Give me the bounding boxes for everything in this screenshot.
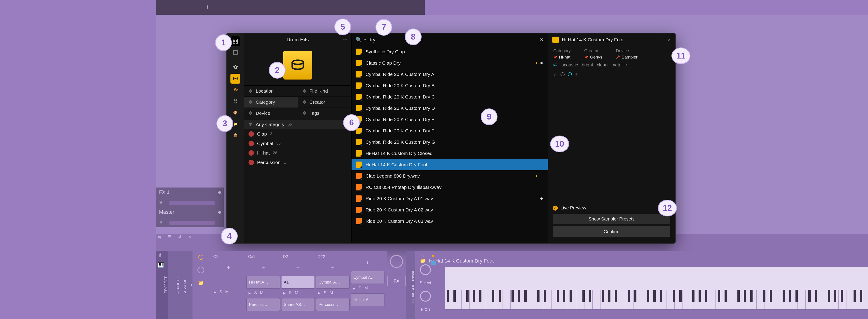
settings-icon[interactable]: ⇆	[158, 234, 164, 239]
star-icon[interactable]: ☆	[553, 72, 557, 77]
result-row[interactable]: RC Cut 054 Pnotap Dry Illspark.wav	[351, 182, 548, 193]
result-row[interactable]: Synthetic Dry Clap	[351, 46, 548, 57]
add-tab-button[interactable]: +	[206, 3, 209, 11]
pad-add[interactable]: +	[281, 260, 315, 275]
add-color-icon[interactable]: +	[575, 72, 578, 77]
favorite-icon[interactable]: ☆	[343, 37, 347, 43]
mixer-fx1[interactable]: FX 1	[156, 188, 224, 198]
crown-icon[interactable]: ♛	[158, 252, 164, 258]
folder-icon[interactable]	[431, 261, 436, 265]
solo-button[interactable]: S	[289, 290, 292, 295]
pin-icon[interactable]: 📌	[584, 55, 588, 59]
mute-button[interactable]: M	[364, 286, 368, 290]
volume-knob[interactable]	[390, 255, 403, 268]
result-row[interactable]: Cymbal Ride 20 K Custom Dry F	[351, 125, 548, 136]
moon-icon[interactable]: ☾	[422, 253, 426, 258]
pad-cell[interactable]: Cymbal A…	[351, 271, 384, 284]
mute-button[interactable]: M	[260, 290, 264, 295]
solo-button[interactable]: S	[254, 290, 257, 295]
result-row[interactable]: Cymbal Ride 20 K Custom Dry A	[351, 69, 548, 80]
select-knob[interactable]	[420, 264, 431, 275]
category-any[interactable]: ✻Any Category65	[244, 120, 351, 129]
close-icon[interactable]: ✕	[188, 234, 194, 239]
filter-device[interactable]: ✻Device	[244, 108, 298, 119]
category-row[interactable]: Clap3	[244, 129, 351, 139]
snap-icon[interactable]: ↲	[178, 234, 184, 239]
result-row[interactable]: Cymbal Ride 20 K Custom Dry B	[351, 80, 548, 91]
mute-button[interactable]: M	[295, 290, 298, 295]
tag[interactable]: acoustic	[561, 62, 578, 67]
piano-icon[interactable]: 🎹	[158, 262, 164, 268]
live-preview-row[interactable]: ✓Live Preview	[553, 205, 670, 211]
result-row[interactable]: Classic Clap Dry★	[351, 57, 548, 69]
result-row[interactable]: Cymbal Ride 20 K Custom Dry C	[351, 91, 548, 102]
mute-button[interactable]: M	[330, 290, 333, 295]
vstrip-asmkit[interactable]: ASM KIT 1	[168, 251, 180, 319]
clear-search-icon[interactable]: ✕	[540, 37, 544, 42]
result-row[interactable]: Clap Legend 808 Dry.wav★	[351, 170, 548, 182]
category-row[interactable]: Hi-hat26	[244, 148, 351, 158]
results-list[interactable]: Synthetic Dry ClapClassic Clap Dry★Cymba…	[351, 46, 548, 243]
result-row[interactable]: Hi-Hat 14 K Custom Dry Foot	[351, 159, 548, 170]
result-row[interactable]: Ride 20 K Custom Dry A 01.wav	[351, 193, 548, 204]
rail-grid-icon[interactable]	[230, 36, 240, 46]
vstrip-sample[interactable]: Hi-Hat 14 K Custom …	[406, 251, 415, 319]
marker-icon[interactable]	[432, 255, 434, 257]
rail-wave-icon[interactable]	[230, 85, 240, 95]
filter-category[interactable]: ✻Category	[244, 97, 298, 108]
filter-tags[interactable]: ✻Tags	[298, 108, 351, 119]
tag[interactable]: clean	[597, 62, 608, 67]
filter-filekind[interactable]: ✻File Kind	[298, 86, 351, 97]
pin-icon[interactable]: 📌	[553, 55, 557, 59]
tag[interactable]: bright	[582, 62, 593, 67]
mixer-master[interactable]: Master	[156, 208, 224, 218]
play-icon[interactable]: ▶	[249, 291, 251, 295]
color-grey[interactable]	[560, 72, 565, 76]
mute-button[interactable]: M	[225, 290, 229, 294]
result-row[interactable]: Hi-Hat 14 K Custom Dry Closed	[351, 148, 548, 159]
pitch-knob[interactable]	[420, 291, 431, 301]
search-icon[interactable]: 🔍	[355, 37, 362, 43]
rail-drum-icon[interactable]	[230, 74, 240, 84]
pad-add[interactable]: +	[246, 260, 280, 275]
play-icon[interactable]: ▶	[318, 291, 320, 295]
pad-cell[interactable]: Snare AS…	[281, 298, 315, 311]
solo-button[interactable]: S	[359, 286, 361, 290]
close-icon[interactable]: ✕	[668, 37, 671, 42]
folder-icon[interactable]: 📁	[198, 280, 204, 286]
rail-package-icon[interactable]: 📦	[230, 130, 240, 140]
folder-icon[interactable]: 📁	[420, 258, 426, 264]
search-input[interactable]	[369, 37, 537, 43]
tag[interactable]: metallic	[611, 62, 627, 67]
play-icon[interactable]: ▶	[283, 291, 286, 295]
filter-location[interactable]: ✻Location	[244, 86, 298, 97]
pad-cell[interactable]: A1	[281, 276, 315, 289]
result-row[interactable]: Ride 20 K Custom Dry A 03.wav	[351, 216, 548, 227]
pad-add[interactable]: +	[351, 256, 384, 270]
list-icon[interactable]: ≣	[168, 234, 174, 239]
pad-cell[interactable]: Cymbal A…	[316, 276, 350, 289]
search-dropdown-icon[interactable]: ▾	[364, 38, 366, 41]
rail-plug-icon[interactable]	[230, 96, 240, 106]
power-icon[interactable]	[198, 255, 203, 260]
pad-cell[interactable]: Hi-Hat A…	[246, 276, 280, 289]
result-row[interactable]: Cymbal Ride 20 K Custom Dry E	[351, 114, 548, 125]
rail-star-icon[interactable]	[230, 62, 240, 72]
keyboard[interactable]	[445, 266, 868, 310]
color-cyan[interactable]	[568, 72, 572, 76]
result-row[interactable]: Ride 20 K Custom Dry A 02.wav	[351, 204, 548, 216]
solo-button[interactable]: S	[219, 290, 222, 294]
vstrip-asmkit2[interactable]: ASM Kit 1+	[180, 251, 192, 319]
confirm-button[interactable]: Confirm	[553, 226, 670, 237]
rail-palette-icon[interactable]: 🎨	[230, 107, 240, 118]
filter-creator[interactable]: ✻Creator	[298, 97, 351, 108]
play-icon[interactable]: ▶	[214, 290, 216, 294]
pin-icon[interactable]: 📌	[616, 55, 620, 59]
pad-cell[interactable]: Percussi…	[246, 298, 280, 311]
category-row[interactable]: Cymbal35	[244, 139, 351, 148]
pad-add[interactable]: +	[316, 260, 350, 275]
rail-devices-icon[interactable]	[230, 47, 240, 57]
gain-knob[interactable]	[197, 266, 204, 274]
show-sampler-presets-button[interactable]: Show Sampler Presets	[553, 214, 670, 224]
result-row[interactable]: Cymbal Ride 20 K Custom Dry D	[351, 102, 548, 114]
